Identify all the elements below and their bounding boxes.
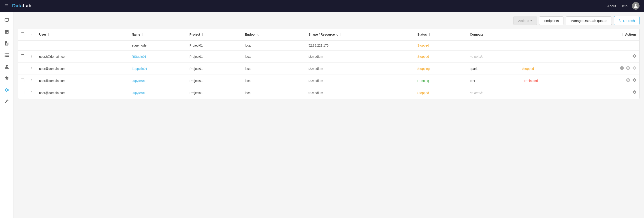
table-row: edge node Project01 local 52.88.221.175 … <box>18 40 639 50</box>
table-row: ⋮ user@domain.com Jupyter01 Project01 lo… <box>18 87 639 99</box>
col-header-project: Project ⋮ <box>187 29 242 40</box>
sidebar-icon-image[interactable] <box>2 27 12 37</box>
compute-status-badge: Terminated <box>522 79 538 82</box>
about-link[interactable]: About <box>607 4 616 8</box>
actions-button[interactable]: Actions ▾ <box>513 16 537 25</box>
status-badge: Stopped <box>417 91 429 95</box>
status-badge: Stopped <box>417 44 429 47</box>
row3-dots-icon: ⋮ <box>30 67 34 70</box>
row4-name-link[interactable]: Jupyter01 <box>132 79 146 82</box>
row1-shape: 52.88.221.175 <box>306 40 415 50</box>
row3-dots-cell: ⋮ <box>27 63 36 75</box>
row4-name[interactable]: Jupyter01 <box>129 75 187 87</box>
col-header-actions: ⋮ Actions <box>577 29 639 40</box>
help-link[interactable]: Help <box>620 4 628 8</box>
row4-gear-icon[interactable] <box>632 78 636 84</box>
top-navigation: ☰ DataLab About Help <box>0 0 644 12</box>
row2-checkbox[interactable] <box>21 54 24 58</box>
row1-project: Project01 <box>187 40 242 50</box>
refresh-button[interactable]: ↻ Refresh <box>614 16 640 25</box>
row3-endpoint: local <box>242 63 306 75</box>
row1-compute <box>467 40 520 50</box>
row5-user: user@domain.com <box>36 87 129 99</box>
row2-status: Stopped <box>415 50 467 63</box>
shape-col-dots-icon: ⋮ <box>339 33 342 36</box>
endpoints-label: Endpoints <box>544 19 559 22</box>
row5-name[interactable]: Jupyter01 <box>129 87 187 99</box>
row1-user <box>36 40 129 50</box>
row2-compute: no details <box>467 50 520 63</box>
row5-dots-cell: ⋮ <box>27 87 36 99</box>
sidebar-icon-user[interactable] <box>2 62 12 72</box>
select-all-checkbox-header[interactable] <box>18 29 27 40</box>
row2-gear-icon[interactable] <box>632 54 636 59</box>
header-dots-icon: ⋮ <box>30 32 34 37</box>
sidebar-icon-wrench[interactable] <box>2 97 12 106</box>
select-all-checkbox[interactable] <box>21 32 24 36</box>
sidebar-icon-monitor[interactable] <box>2 15 12 25</box>
row3-close-icon[interactable] <box>626 66 630 72</box>
row3-gear-icon[interactable] <box>632 66 636 72</box>
project-col-dots-icon: ⋮ <box>201 33 204 36</box>
row4-close-icon[interactable] <box>626 78 630 84</box>
row2-shape: t2.medium <box>306 50 415 63</box>
row4-status: Running <box>415 75 467 87</box>
row2-name-link[interactable]: RStudio01 <box>132 55 146 58</box>
status-col-dots-icon: ⋮ <box>428 33 431 36</box>
col-header-user: User ⋮ <box>36 29 129 40</box>
main-content: Actions ▾ Endpoints Manage DataLab quota… <box>14 12 644 218</box>
row3-actions <box>577 63 639 75</box>
table-header-row: ⋮ User ⋮ Name ⋮ <box>18 29 639 40</box>
status-badge: Running <box>417 79 429 82</box>
row4-actions <box>577 75 639 87</box>
instances-table: ⋮ User ⋮ Name ⋮ <box>18 29 639 99</box>
row5-name-link[interactable]: Jupyter01 <box>132 91 146 95</box>
col-header-name: Name ⋮ <box>129 29 187 40</box>
col-header-shape: Shape / Resource id ⋮ <box>306 29 415 40</box>
row5-checkbox[interactable] <box>21 91 24 94</box>
refresh-label: Refresh <box>623 19 635 22</box>
status-badge: Stopping <box>417 67 430 70</box>
sidebar-icon-layers[interactable] <box>2 74 12 83</box>
row3-name[interactable]: Zeppelin01 <box>129 63 187 75</box>
table-row: ⋮ user2@domain.com RStudio01 Project01 l… <box>18 50 639 63</box>
app-logo: DataLab <box>12 3 32 9</box>
actions-col-dots-icon: ⋮ <box>621 33 624 36</box>
row1-status: Stopped <box>415 40 467 50</box>
sidebar <box>0 12 14 218</box>
row3-compute: spark <box>467 63 520 75</box>
row2-user: user2@domain.com <box>36 50 129 63</box>
row4-checkbox[interactable] <box>21 78 24 82</box>
row4-checkbox-cell[interactable] <box>18 75 27 87</box>
sidebar-icon-document[interactable] <box>2 38 12 48</box>
row2-checkbox-cell[interactable] <box>18 50 27 63</box>
actions-label: Actions <box>518 19 529 22</box>
row1-name: edge node <box>129 40 187 50</box>
row3-compute-status: Stopped <box>520 63 577 75</box>
row1-dots-cell <box>27 40 36 50</box>
refresh-icon: ↻ <box>619 18 622 22</box>
row5-checkbox-cell[interactable] <box>18 87 27 99</box>
row2-project: Project01 <box>187 50 242 63</box>
row1-actions <box>577 40 639 50</box>
row2-endpoint: local <box>242 50 306 63</box>
col-header-compute: Compute <box>467 29 520 40</box>
chevron-down-icon: ▾ <box>530 18 532 22</box>
user-avatar[interactable] <box>632 2 640 10</box>
manage-quotas-button[interactable]: Manage DataLab quotas <box>566 16 612 25</box>
col-header-compute-extra <box>520 29 577 40</box>
row5-dots-icon: ⋮ <box>30 91 34 95</box>
sidebar-icon-storage[interactable] <box>2 50 12 60</box>
row5-endpoint: local <box>242 87 306 99</box>
endpoints-button[interactable]: Endpoints <box>539 16 564 25</box>
row5-compute: no details <box>467 87 520 99</box>
hamburger-menu[interactable]: ☰ <box>4 3 8 8</box>
row1-endpoint: local <box>242 40 306 50</box>
row2-dots-icon: ⋮ <box>30 54 34 58</box>
sidebar-icon-settings[interactable] <box>2 85 12 95</box>
row3-info-icon[interactable] <box>620 66 624 72</box>
row5-gear-icon[interactable] <box>632 90 636 96</box>
col-header-endpoint: Endpoint ⋮ <box>242 29 306 40</box>
row2-name[interactable]: RStudio01 <box>129 50 187 63</box>
row3-name-link[interactable]: Zeppelin01 <box>132 67 147 70</box>
